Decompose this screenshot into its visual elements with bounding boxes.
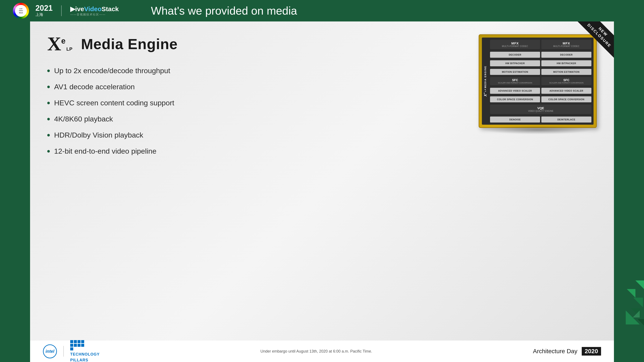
svg-marker-1	[627, 289, 636, 298]
brand-video: Video	[84, 5, 102, 12]
bullet-dot	[47, 118, 50, 120]
decoder1-box: DECODER	[490, 52, 540, 58]
bullet-text: 4K/8K60 playback	[54, 115, 113, 123]
bullet-text: HEVC screen content coding support	[54, 99, 174, 107]
scaler1-box: ADVANCED VIDEO SCALER	[490, 88, 540, 94]
footer-center: Under embargo until August 13th, 2020 at…	[260, 349, 372, 354]
tp-dot	[74, 344, 77, 347]
deco-triangles-br	[612, 311, 640, 339]
footer-left: intel TECHNOLOGY PILLARS	[43, 340, 100, 362]
scaler2-box: ADVANCED VIDEO SCALER	[541, 88, 592, 94]
list-item: 12-bit end-to-end video pipeline	[47, 147, 597, 155]
header-divider	[61, 5, 62, 16]
xe-vert: Xe	[483, 92, 488, 97]
slide-footer: intel TECHNOLOGY PILLARS Under embargo u…	[30, 341, 614, 362]
city-text: 上海	[36, 12, 52, 17]
diagram-shadow	[483, 126, 592, 134]
xe-x: X	[47, 34, 61, 54]
color1-box: COLOR SPACE CONVERSION	[490, 96, 540, 102]
brand-name: ▶iveVideoStack	[70, 5, 119, 13]
tech-pillars-block: TECHNOLOGY PILLARS	[70, 340, 100, 362]
sfc2-sub: SCALER AND FORMAT CONVERSION	[543, 82, 590, 84]
xe-e: e	[61, 36, 66, 45]
mfx1-sub: MULTI-FORMAT CODEC	[492, 45, 538, 47]
top-bar: LiveVideoStack 2021 上海 ▶iveVideoStack ——…	[0, 0, 644, 21]
brand-live: ▶ive	[70, 5, 84, 12]
intel-text: intel	[46, 349, 54, 354]
bullet-text: HDR/Dolby Vision playback	[54, 131, 143, 139]
new-disclosure-banner: NEW DISCLOSURE	[567, 21, 614, 69]
vert-label: Xe LP MEDIA ENGINE	[483, 66, 488, 96]
motion2-box: MOTION ESTIMATION	[541, 69, 592, 75]
brand-block: ▶iveVideoStack ——音视频技术社区——	[70, 5, 119, 16]
brand-sub: ——音视频技术社区——	[70, 13, 119, 16]
bitpacker1-box: HW BITPACKER	[490, 60, 540, 66]
arch-day-label: Architecture Day	[533, 348, 578, 355]
year-city-block: 2021 上海	[36, 4, 52, 17]
tp-pillars-label: PILLARS	[70, 358, 100, 362]
logo-inner: LiveVideoStack	[15, 5, 27, 17]
embargo-text: Under embargo until August 13th, 2020 at…	[260, 349, 372, 354]
deinterlace-box: DEINTERLACE	[541, 116, 592, 122]
tp-dot	[78, 340, 80, 343]
brand-stack: Stack	[102, 5, 119, 12]
lp-vert: LP	[484, 89, 486, 92]
tp-labels: TECHNOLOGY PILLARS	[70, 352, 100, 362]
intel-logo: intel	[43, 345, 57, 358]
vqe-sub: VIDEO QUALITY ENGINE	[492, 110, 590, 112]
vqe-main: VQE	[492, 106, 590, 110]
slide-title: What's we provided on media	[151, 4, 297, 17]
tp-dots-grid	[70, 340, 100, 351]
mfx-col1-header: MFX MULTI-FORMAT CODEC	[490, 40, 540, 49]
bullet-dot	[47, 102, 50, 104]
bullet-dot	[47, 150, 50, 153]
sfc1-header: SFC SCALER AND FORMAT CONVERSION	[490, 77, 540, 85]
bullet-dot	[47, 86, 50, 88]
sfc1-main: SFC	[491, 78, 539, 82]
logo-circle: LiveVideoStack	[13, 3, 29, 19]
sfc2-main: SFC	[543, 78, 590, 82]
mfx1-main: MFX	[492, 41, 538, 45]
color2-box: COLOR SPACE CONVERSION	[541, 96, 592, 102]
tp-dot	[70, 348, 73, 351]
xe-lp: LP	[66, 46, 72, 52]
media-engine-vert: MEDIA ENGINE	[484, 66, 486, 88]
footer-divider	[63, 346, 64, 357]
year-text: 2021	[36, 4, 52, 12]
bullet-text: AV1 decode acceleration	[54, 83, 135, 91]
color-row: COLOR SPACE CONVERSION COLOR SPACE CONVE…	[490, 95, 592, 102]
tp-dot	[81, 344, 84, 347]
bullet-dot	[47, 69, 50, 72]
tp-tech-label: TECHNOLOGY	[70, 352, 100, 357]
tp-dot	[78, 344, 80, 347]
arch-day-year: 2020	[582, 347, 601, 356]
motion-row: MOTION ESTIMATION MOTION ESTIMATION	[490, 68, 592, 75]
motion1-box: MOTION ESTIMATION	[490, 69, 540, 75]
disclosure-text: DISCLOSURE	[586, 23, 612, 48]
tp-dot	[70, 344, 73, 347]
vqe-boxes-row: DENOISE DEINTERLACE	[490, 115, 592, 122]
tp-dot	[81, 340, 84, 343]
scaler-row: ADVANCED VIDEO SCALER ADVANCED VIDEO SCA…	[490, 86, 592, 94]
sfc2-header: SFC SCALER AND FORMAT CONVERSION	[541, 77, 592, 85]
bullet-text: 12-bit end-to-end video pipeline	[54, 147, 156, 155]
tp-dot	[74, 340, 77, 343]
bullet-text: Up to 2x encode/decode throughput	[54, 66, 170, 75]
sfc-header-row: SFC SCALER AND FORMAT CONVERSION SFC SCA…	[490, 77, 592, 85]
svg-marker-6	[633, 311, 640, 318]
svg-marker-2	[633, 298, 643, 307]
svg-marker-0	[636, 281, 644, 289]
denoise-box: DENOISE	[490, 116, 540, 122]
vert-label-wrapper: Xe LP MEDIA ENGINE	[482, 37, 488, 125]
engine-title: Media Engine	[81, 36, 178, 52]
xe-logo: X e LP	[47, 34, 72, 54]
bullet-dot	[47, 134, 50, 136]
tp-dot	[70, 340, 73, 343]
new-disclosure-text: NEW DISCLOSURE	[576, 21, 614, 59]
slide-area: NEW DISCLOSURE X e LP Media Engine Up to…	[30, 21, 614, 362]
vqe-header: VQE VIDEO QUALITY ENGINE	[490, 104, 592, 114]
sfc1-sub: SCALER AND FORMAT CONVERSION	[491, 82, 539, 84]
footer-right: Architecture Day 2020	[533, 347, 601, 356]
